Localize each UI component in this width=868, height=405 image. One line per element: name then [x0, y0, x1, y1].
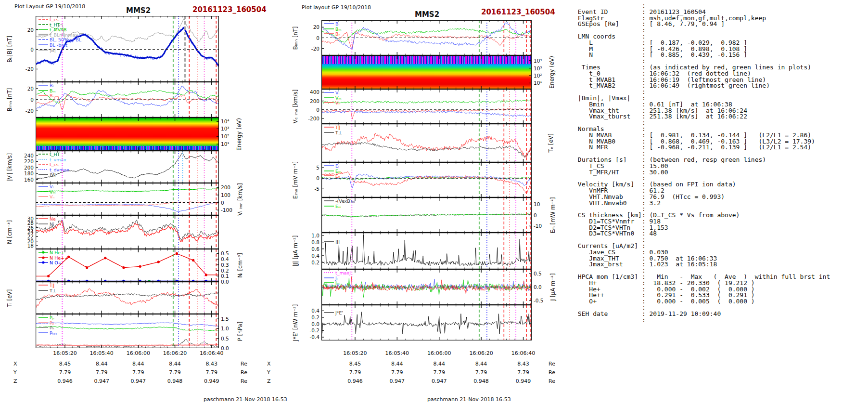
legend-entry-label: |B| — [50, 48, 56, 53]
legend-line-sample-icon — [38, 48, 48, 53]
legend-entry-label: Vₙ — [335, 101, 340, 106]
ytick-label: -20 — [19, 108, 34, 114]
ephemeris-value: 0.947 — [390, 378, 405, 384]
series-Tpar — [321, 133, 532, 157]
axis-label-pressure: P [nPa] — [237, 321, 243, 340]
legend-entry-label: t_cs — [50, 17, 59, 23]
legend-line-sample-icon — [324, 22, 334, 27]
legend-line-sample-icon — [38, 256, 48, 261]
legend-entry: Pₜₒₜ — [38, 331, 57, 336]
legend-line-sample-icon — [38, 152, 48, 157]
ytick-label: 10⁴ — [221, 118, 235, 124]
ephemeris-unit: Re — [549, 378, 555, 384]
axis-label-blmn: Bₗₘₙ [nT] — [6, 88, 13, 112]
ytick-label: 100 — [221, 192, 235, 198]
series-Ni — [36, 220, 219, 240]
legend-entry-label: Bₗ — [50, 83, 53, 89]
ytick-label: 20 — [305, 24, 319, 30]
legend-j-lmn: t_maxJJₗJₘJₙ — [324, 271, 351, 291]
ytick-label: 0.8 — [305, 239, 319, 245]
legend-entry-label: Ni — [50, 222, 54, 227]
ephemeris-value: 0.949 — [516, 378, 531, 384]
legend-entry: t_HT — [38, 152, 69, 157]
ytick-label: 20 — [19, 27, 34, 33]
legend-entry: Bₙ — [38, 93, 55, 99]
legend-line-sample-icon — [324, 101, 334, 106]
ephemeris-value: 8.45 — [349, 361, 361, 367]
legend-line-sample-icon — [324, 276, 334, 281]
legend-line-sample-icon — [38, 195, 48, 200]
legend-n-density: NeNi — [38, 217, 56, 227]
legend-entry: Bₙ — [324, 32, 341, 37]
legend-entry-label: Eₙ — [335, 174, 340, 179]
legend-entry: Eₙ — [324, 174, 341, 179]
legend-ve-lmn: VₗVₘVₙ — [324, 91, 341, 106]
legend-line-sample-icon — [38, 38, 48, 43]
legend-line-sample-icon — [38, 83, 48, 89]
ephemeris-value: 0.948 — [473, 378, 489, 384]
ephemeris-value: 7.79 — [132, 369, 144, 376]
legend-vi-lmn: VₗVₘVₙ — [38, 184, 55, 200]
ephemeris-value: 0.947 — [432, 378, 447, 384]
legend-line-sample-icon — [38, 23, 48, 28]
legend-line-sample-icon — [38, 33, 48, 38]
legend-line-sample-icon — [38, 288, 48, 294]
ytick-label: 18 — [19, 243, 34, 248]
time-tick-label: 16:06:00 — [127, 350, 150, 356]
ytick-label: 0.5 — [221, 250, 235, 256]
legend-line-sample-icon — [324, 32, 334, 37]
legend-line-sample-icon — [38, 157, 48, 163]
ytick-label: 0.2 — [305, 314, 319, 320]
legend-pressure: PₚPᵦPₕPₜₒₜ — [38, 315, 57, 336]
legend-entry: Jₙ — [324, 286, 351, 291]
ytick-label: 0.2 — [221, 268, 235, 274]
legend-entry: Vₗ — [38, 184, 55, 190]
ephemeris-value: 8.44 — [475, 361, 487, 367]
ephemeris-value: 8.43 — [517, 361, 529, 367]
legend-line-sample-icon — [324, 96, 334, 101]
ytick-label: 10 — [534, 201, 548, 207]
legend-entry: |B| — [38, 48, 81, 53]
panel-n-density — [36, 215, 219, 249]
ephemeris-row-label: Z — [267, 378, 271, 384]
legend-entry-label: Bₙ — [335, 32, 340, 37]
legend-line-sample-icon — [38, 331, 48, 336]
legend-line-sample-icon — [38, 172, 48, 178]
panel-electron-spectrogram — [321, 55, 532, 89]
ephemeris-value: 7.79 — [349, 369, 361, 376]
legend-e-lmn: EₗEₘEₙ — [324, 164, 341, 179]
ephemeris-value: 8.44 — [169, 361, 181, 367]
ephemeris-unit: Re — [241, 361, 247, 367]
ephemeris-value: 8.43 — [206, 361, 218, 367]
ytick-label: 0 — [305, 175, 319, 181]
ytick-label: -20 — [19, 66, 34, 72]
legend-entry-label: N O+ — [50, 261, 62, 266]
ephemeris-value: 0.947 — [131, 378, 146, 384]
ytick-label: 0.0 — [221, 279, 235, 285]
ytick-label: 0.4 — [221, 256, 235, 262]
ytick-label: 0.0 — [305, 321, 319, 327]
axis-label-electron-spectrogram: Energy (eV) — [549, 56, 555, 89]
ephemeris-value: 7.79 — [433, 369, 445, 376]
legend-entry: Vₙ — [38, 195, 55, 200]
legend-entry-label: J*E' — [335, 311, 343, 316]
middle-footer: paschmann 21-Nov-2018 16:53 — [427, 396, 511, 403]
ytick-label: 0.5 — [534, 271, 548, 276]
axis-label-e-lmn: Eₗₘₙ [mV m⁻¹] — [292, 161, 299, 198]
legend-line-sample-icon — [38, 93, 48, 99]
event-info-panel: : Event ID : 20161123_160504 FlagStr : m… — [574, 3, 830, 323]
ytick-label: 0.1 — [221, 273, 235, 279]
legend-line-sample-icon — [38, 184, 48, 190]
axis-label-bl-babs: Bₗ,|B| [nT] — [6, 35, 13, 62]
ytick-label: 10¹ — [221, 141, 235, 147]
legend-line-sample-icon — [324, 27, 334, 32]
series-EN — [321, 171, 532, 193]
legend-entry: BL -brst — [38, 43, 81, 48]
legend-entry: Bₗ — [324, 22, 341, 27]
legend-entry: |J| — [324, 239, 340, 245]
ephemeris-value: 0.946 — [57, 378, 73, 384]
time-tick-label: 16:06:00 — [427, 350, 451, 356]
ytick-label: -20 — [305, 46, 319, 52]
legend-line-sample-icon — [38, 315, 48, 321]
legend-line-sample-icon — [324, 164, 334, 169]
